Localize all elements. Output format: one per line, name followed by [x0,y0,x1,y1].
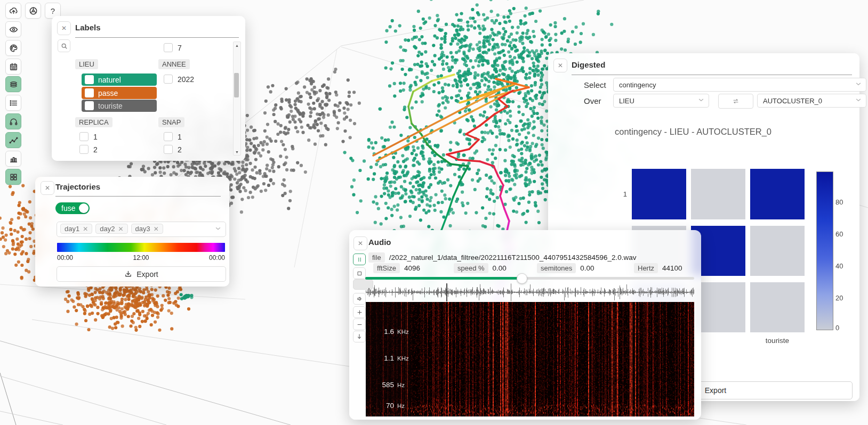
heatmap-cell[interactable] [750,282,805,332]
layers-icon [9,80,18,89]
day-chip-2[interactable]: day2✕ [95,224,127,234]
labels-scrollbar[interactable]: ▲ ▼ [233,42,241,156]
sidebar-item-bar-chart[interactable] [5,151,21,167]
audio-close-button[interactable]: ✕ [353,236,367,250]
heatmap-cell[interactable] [691,169,745,219]
palette-icon [9,44,18,53]
sidebar-item-digested[interactable] [5,169,21,185]
chevron-down-icon [697,96,705,105]
file-row: file /2022_naturel_1/data_filtree/202211… [368,252,637,263]
toggle-knob[interactable] [79,203,89,213]
close-icon: ✕ [61,24,67,32]
waveform[interactable] [366,283,694,301]
digested-panel-title: Digested [572,60,605,69]
checkbox[interactable] [164,43,173,52]
divider [572,75,852,75]
over-label: Over [584,96,601,105]
labels-panel: ✕ Labels 7 LIEU ANNEE naturel passe tour… [52,16,245,161]
day-chip-3[interactable]: day3✕ [131,224,163,234]
upload-cloud-button[interactable] [5,3,21,19]
list-icon [9,99,18,108]
snap-checkbox-1[interactable]: 1 [164,132,182,141]
heatmap-colorbar [816,171,833,330]
time-ticks: 00:00 12:00 00:00 [57,254,225,261]
scroll-down-icon[interactable]: ▼ [234,149,240,154]
semitones-value[interactable]: 0.00 [580,264,594,272]
speed-value[interactable]: 0.00 [493,264,507,272]
zoom-in-button[interactable] [353,306,366,318]
label-item-touriste[interactable]: touriste [82,100,157,112]
close-icon: ✕ [558,62,563,69]
checkbox[interactable] [164,75,173,84]
freq-label: 1.6 KHz [368,328,409,336]
swap-axes-button[interactable] [718,94,753,109]
scrollbar-thumb[interactable] [234,73,239,97]
speed-param: speed % 0.00 [454,263,507,273]
semitones-param: semitones 0.00 [537,263,594,273]
heatmap-cell[interactable] [750,226,805,276]
chevron-down-icon [855,96,862,105]
labels-close-button[interactable]: ✕ [57,21,71,35]
scroll-up-icon[interactable]: ▲ [234,43,240,48]
fftsize-value[interactable]: 4096 [404,264,420,272]
checkbox[interactable] [164,132,173,141]
snap-checkbox-2[interactable]: 2 [164,145,182,154]
hertz-value[interactable]: 44100 [662,264,682,272]
label-checkbox-2022[interactable]: 2022 [164,75,194,84]
trajectories-export-button[interactable]: Export [57,266,226,282]
over-right-select[interactable]: AUTOCLUSTER_0 [757,94,866,108]
digested-close-button[interactable]: ✕ [553,59,567,72]
spectrogram[interactable] [366,302,694,416]
heatmap-cell[interactable] [750,169,805,219]
replica-checkbox-1[interactable]: 1 [79,132,98,141]
sidebar-item-visibility[interactable] [5,21,21,37]
stop-button[interactable] [353,267,366,279]
sidebar-item-list[interactable] [5,95,21,111]
audio-panel: ✕ Audio file /2022_naturel_1/data_filtre… [349,230,701,420]
checkbox[interactable] [85,101,94,110]
color-wheel-button[interactable] [25,3,41,19]
volume-low-button[interactable] [353,293,366,305]
playback-slider[interactable] [365,277,694,280]
sidebar-item-trajectories[interactable] [5,132,21,148]
fftsize-param: fftSize 4096 [373,263,420,273]
checkbox[interactable] [164,145,173,154]
label-item-passe[interactable]: passe [82,87,157,99]
day-chip-1[interactable]: day1✕ [60,224,92,234]
sidebar-item-layers[interactable] [5,76,21,92]
freq-label: 1.1 KHz [368,354,409,362]
arrow-down-icon [356,333,363,340]
trajectories-close-button[interactable]: ✕ [41,181,54,195]
checkbox[interactable] [79,132,89,141]
playback-knob[interactable] [517,273,527,284]
replica-checkbox-2[interactable]: 2 [79,145,98,154]
heatmap-cell[interactable] [632,169,686,219]
checkbox[interactable] [85,88,94,97]
checkbox[interactable] [85,75,94,84]
checkbox[interactable] [79,145,89,154]
label-group-lieu: LIEU [75,59,98,69]
day-multiselect[interactable]: day1✕ day2✕ day3✕ [57,222,226,237]
calendar-icon [9,62,18,71]
labels-panel-title: Labels [75,23,101,32]
zoom-out-button[interactable] [353,318,366,330]
eye-icon [9,25,18,34]
label-group-replica: REPLICA [75,117,112,127]
metric-select[interactable]: contingency [613,78,866,92]
fuse-toggle[interactable]: fuse [55,202,90,214]
colorbar-tick: 20 [835,294,843,302]
over-left-select[interactable]: LIEU [613,94,709,108]
remove-chip-icon[interactable]: ✕ [83,225,88,233]
remove-chip-icon[interactable]: ✕ [118,225,123,233]
sidebar-item-palette[interactable] [5,40,21,56]
labels-search-button[interactable] [58,39,70,52]
download-audio-button[interactable] [353,331,366,342]
label-checkbox-7[interactable]: 7 [164,43,182,52]
sidebar-item-calendar[interactable] [5,59,21,75]
label-item-naturel[interactable]: naturel [82,73,157,86]
pause-button[interactable] [353,254,366,265]
freq-label: 70 Hz [368,402,405,410]
help-icon: ? [51,6,55,15]
remove-chip-icon[interactable]: ✕ [154,225,159,233]
sidebar-item-audio[interactable] [5,113,21,129]
